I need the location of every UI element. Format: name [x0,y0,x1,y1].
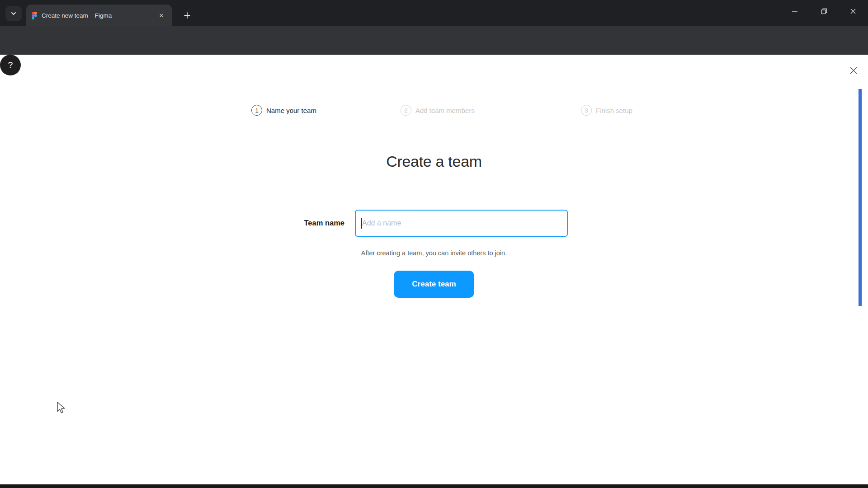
team-name-label: Team name [0,219,344,227]
helper-text: After creating a team, you can invite ot… [0,249,868,257]
page-title: Create a team [0,153,868,170]
create-team-page: 1 Name your team 2 Add team members 3 Fi… [0,55,868,484]
minimize-icon [792,8,798,14]
scrollbar-thumb[interactable] [859,89,862,306]
text-caret [361,218,362,229]
window-restore-button[interactable] [814,3,835,20]
browser-toolbar: figma.com/files/create-team?fuid=1331413… [0,26,868,55]
new-tab-button[interactable] [179,7,195,23]
plus-icon [184,12,191,19]
window-bottom-edge [0,484,868,488]
help-button[interactable]: ? [0,55,21,75]
chevron-down-icon [10,10,17,17]
step-label: Finish setup [596,107,632,114]
team-name-input[interactable] [355,210,568,237]
step-number-badge: 1 [251,105,262,116]
browser-window: Create new team – Figma ✕ [0,0,868,488]
tab-close-icon[interactable]: ✕ [156,10,166,20]
window-close-button[interactable] [843,3,863,20]
dialog-close-button[interactable] [846,63,861,78]
create-team-button[interactable]: Create team [394,271,474,298]
figma-logo-icon [32,12,37,19]
close-icon [849,66,858,75]
step-label: Add team members [415,107,475,114]
stepper-step-finish-setup: 3 Finish setup [581,105,632,116]
tab-search-button[interactable] [5,6,22,21]
step-label: Name your team [266,107,316,114]
restore-icon [821,8,827,14]
step-number-badge: 3 [581,105,592,116]
question-mark-icon: ? [8,60,13,70]
step-number-badge: 2 [401,105,411,116]
close-icon [850,8,856,14]
tab-strip: Create new team – Figma ✕ [0,0,868,26]
stepper-step-name-your-team: 1 Name your team [251,105,316,116]
tab-title: Create new team – Figma [42,12,156,19]
window-minimize-button[interactable] [784,3,805,20]
browser-tab[interactable]: Create new team – Figma ✕ [26,5,172,26]
stepper-step-add-team-members: 2 Add team members [401,105,475,116]
